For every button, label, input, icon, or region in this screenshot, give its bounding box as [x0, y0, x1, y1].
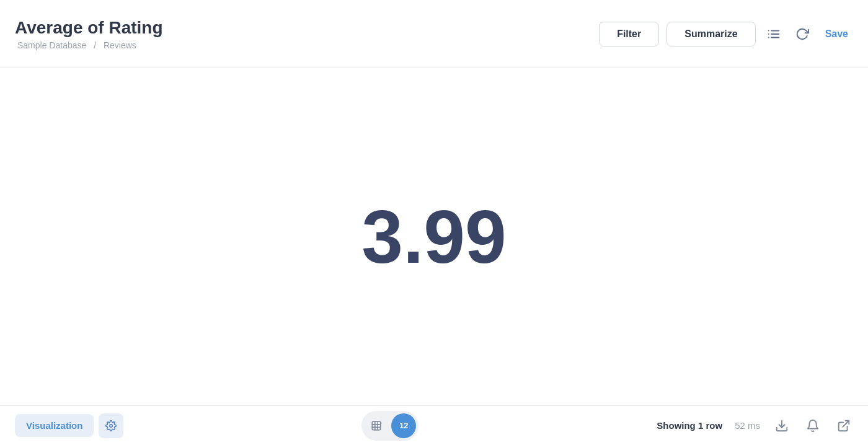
alert-icon-button[interactable]	[804, 416, 822, 435]
refresh-icon-button[interactable]	[792, 24, 813, 45]
save-button[interactable]: Save	[820, 25, 853, 43]
view-switcher: 12	[361, 411, 418, 441]
showing-rows-text: Showing 1 row	[657, 420, 722, 431]
columns-icon-button[interactable]	[763, 24, 784, 45]
query-time-text: 52 ms	[735, 420, 760, 431]
download-icon	[775, 419, 789, 433]
footer-right: Showing 1 row 52 ms	[657, 416, 853, 435]
header: Average of Rating Sample Database / Revi…	[0, 0, 868, 68]
footer: Visualization 12 Showing 1 row 52 ms	[0, 405, 868, 445]
refresh-icon	[795, 27, 809, 41]
footer-left: Visualization	[15, 413, 123, 438]
header-left: Average of Rating Sample Database / Revi…	[15, 17, 163, 51]
columns-icon	[767, 27, 781, 41]
table-icon	[371, 420, 382, 431]
breadcrumb-database: Sample Database	[17, 40, 86, 50]
download-icon-button[interactable]	[773, 416, 791, 435]
share-icon	[837, 419, 851, 433]
table-view-button[interactable]	[364, 413, 389, 438]
number-view-button[interactable]: 12	[391, 413, 416, 438]
svg-line-13	[843, 420, 849, 426]
breadcrumb-table: Reviews	[104, 40, 136, 50]
visualization-settings-button[interactable]	[99, 413, 123, 438]
breadcrumb-separator: /	[94, 40, 96, 50]
bell-icon	[806, 419, 820, 433]
share-icon-button[interactable]	[835, 416, 853, 435]
header-actions: Filter Summarize Save	[599, 22, 853, 46]
visualization-button[interactable]: Visualization	[15, 414, 94, 437]
page-title: Average of Rating	[15, 17, 163, 38]
filter-button[interactable]: Filter	[599, 22, 659, 46]
gear-icon	[105, 420, 117, 431]
svg-point-6	[110, 424, 113, 427]
svg-rect-7	[373, 421, 381, 430]
main-content: 3.99	[0, 68, 868, 405]
breadcrumb: Sample Database / Reviews	[15, 40, 163, 50]
summarize-button[interactable]: Summarize	[666, 22, 755, 46]
metric-value: 3.99	[361, 200, 507, 274]
